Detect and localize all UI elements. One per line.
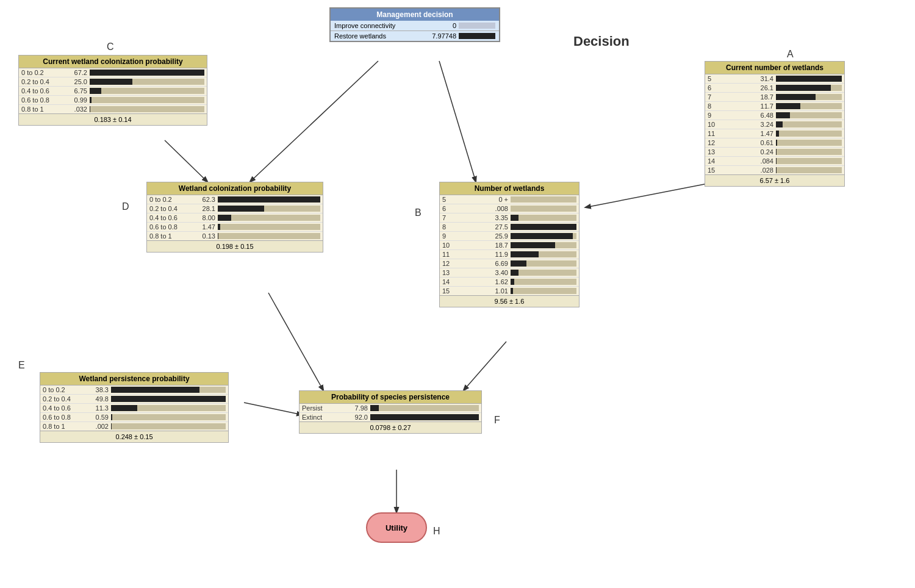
decision-restore-value: 7.97748 xyxy=(426,32,456,40)
svg-line-6 xyxy=(244,403,302,415)
decision-restore-label: Restore wetlands xyxy=(334,32,426,40)
decision-improve-label: Improve connectivity xyxy=(334,22,426,29)
svg-line-0 xyxy=(250,61,378,182)
node-h-letter: H xyxy=(433,526,440,537)
node-c-rows: 0 to 0.267.2 0.2 to 0.425.0 0.4 to 0.66.… xyxy=(19,68,207,113)
node-f: Probability of species persistence Persi… xyxy=(299,390,482,434)
decision-improve-bar xyxy=(459,23,495,29)
node-a-letter: A xyxy=(787,49,794,60)
decision-restore-bar xyxy=(459,33,495,39)
svg-line-1 xyxy=(439,61,476,182)
decision-row-restore: Restore wetlands 7.97748 xyxy=(331,31,499,41)
node-d-title: Wetland colonization probability xyxy=(147,182,323,195)
node-a-footer: 6.57 ± 1.6 xyxy=(705,174,844,186)
node-f-rows: Persist7.98 Extinct92.0 xyxy=(300,404,481,421)
node-a-title: Current number of wetlands xyxy=(705,62,844,74)
svg-line-4 xyxy=(268,293,323,390)
decision-row-improve: Improve connectivity 0 xyxy=(331,21,499,31)
node-b-footer: 9.56 ± 1.6 xyxy=(440,295,579,307)
node-d-footer: 0.198 ± 0.15 xyxy=(147,240,323,252)
svg-line-3 xyxy=(586,183,711,207)
node-b-title: Number of wetlands xyxy=(440,182,579,195)
node-e-footer: 0.248 ± 0.15 xyxy=(40,431,228,442)
node-f-letter: F xyxy=(494,415,500,426)
node-e-letter: E xyxy=(18,360,25,371)
utility-label: Utility xyxy=(386,523,407,532)
node-b: Number of wetlands 50 + 6.008 73.35 827.… xyxy=(439,182,580,307)
decision-title: Management decision xyxy=(331,9,499,21)
node-b-letter: B xyxy=(415,207,422,218)
node-f-title: Probability of species persistence xyxy=(300,391,481,404)
svg-line-2 xyxy=(165,140,207,182)
node-c-title: Current wetland colonization probability xyxy=(19,56,207,68)
decision-improve-value: 0 xyxy=(426,22,456,29)
decision-rows: Improve connectivity 0 Restore wetlands … xyxy=(331,21,499,41)
node-e: Wetland persistence probability 0 to 0.2… xyxy=(40,372,229,443)
node-e-title: Wetland persistence probability xyxy=(40,373,228,385)
decision-label: Decision xyxy=(573,34,630,49)
node-a-rows: 531.4 626.1 718.7 811.7 96.48 103.24 111… xyxy=(705,74,844,174)
node-d-letter: D xyxy=(122,201,129,212)
decision-node: Management decision Improve connectivity… xyxy=(329,7,500,42)
utility-node: Utility xyxy=(366,512,427,543)
node-d: Wetland colonization probability 0 to 0.… xyxy=(146,182,323,253)
node-e-rows: 0 to 0.238.3 0.2 to 0.449.8 0.4 to 0.611… xyxy=(40,385,228,431)
node-b-rows: 50 + 6.008 73.35 827.5 925.9 1018.7 1111… xyxy=(440,195,579,295)
svg-line-5 xyxy=(464,342,506,390)
node-c-letter: C xyxy=(107,41,114,52)
node-f-footer: 0.0798 ± 0.27 xyxy=(300,421,481,433)
node-d-rows: 0 to 0.262.3 0.2 to 0.428.1 0.4 to 0.68.… xyxy=(147,195,323,240)
node-c: Current wetland colonization probability… xyxy=(18,55,207,126)
node-a: Current number of wetlands 531.4 626.1 7… xyxy=(705,61,845,187)
node-c-footer: 0.183 ± 0.14 xyxy=(19,113,207,125)
